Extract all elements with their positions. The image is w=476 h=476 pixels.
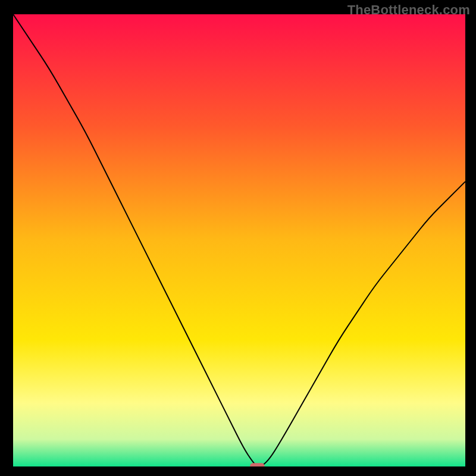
chart-svg [13,14,465,466]
chart-background [13,14,465,466]
watermark-text: TheBottleneck.com [347,2,470,18]
chart-frame: TheBottleneck.com [0,0,476,476]
minimum-marker [250,463,264,466]
